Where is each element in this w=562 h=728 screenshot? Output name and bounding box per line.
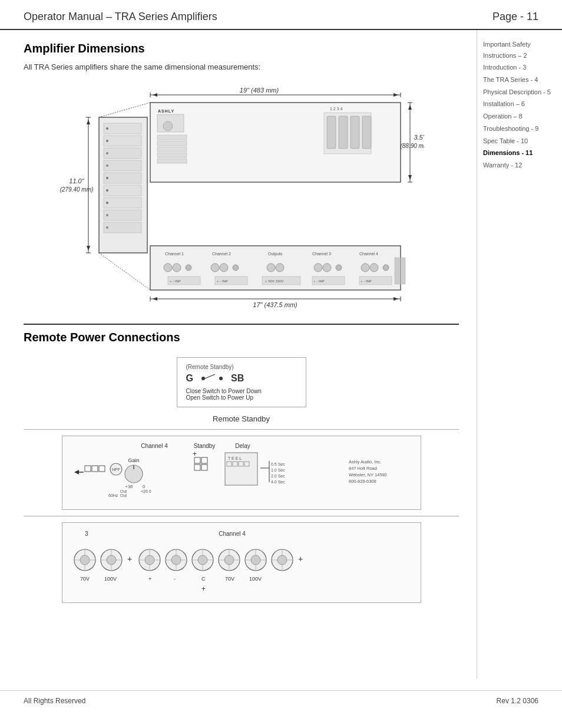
svg-rect-14 bbox=[157, 159, 187, 163]
svg-point-39 bbox=[106, 140, 108, 142]
sidebar-item-physical-description[interactable]: Physical Description - 5 bbox=[483, 87, 556, 98]
svg-marker-4 bbox=[394, 93, 398, 97]
svg-point-46 bbox=[106, 226, 108, 229]
svg-rect-34 bbox=[104, 185, 141, 196]
svg-point-61 bbox=[173, 263, 181, 272]
svg-point-42 bbox=[106, 177, 108, 179]
svg-rect-84 bbox=[395, 258, 399, 284]
svg-point-73 bbox=[383, 265, 389, 271]
svg-marker-3 bbox=[153, 93, 157, 97]
svg-text:17" (437.5 mm): 17" (437.5 mm) bbox=[253, 301, 297, 308]
sidebar-item-dimensions[interactable]: Dimensions - 11 bbox=[483, 147, 556, 159]
svg-rect-101 bbox=[92, 466, 98, 472]
svg-rect-10 bbox=[157, 135, 187, 140]
sidebar-item-troubleshooting[interactable]: Troubleshooting - 9 bbox=[483, 123, 556, 134]
svg-point-68 bbox=[314, 263, 322, 272]
footer-right: Rev 1.2 0306 bbox=[497, 697, 538, 705]
sidebar-item-operation[interactable]: Operation – 8 bbox=[483, 111, 556, 122]
svg-point-142 bbox=[80, 555, 90, 565]
svg-text:T E E L: T E E L bbox=[228, 456, 242, 460]
svg-rect-18 bbox=[339, 116, 348, 149]
svg-text:(279.40 mm): (279.40 mm) bbox=[59, 186, 93, 193]
thin-divider-1 bbox=[24, 429, 459, 430]
content-area: Amplifier Dimensions All TRA Series ampl… bbox=[0, 30, 477, 678]
svg-marker-24 bbox=[408, 105, 412, 110]
svg-text:+36: +36 bbox=[125, 484, 133, 489]
svg-text:C: C bbox=[201, 576, 206, 582]
sidebar-item-spec-table[interactable]: Spec Table - 10 bbox=[483, 136, 556, 147]
svg-text:3: 3 bbox=[85, 531, 88, 537]
svg-rect-31 bbox=[104, 148, 141, 159]
svg-text:Delay: Delay bbox=[235, 443, 250, 449]
amplifier-dimensions-intro: All TRA Series amplifiers share the same… bbox=[24, 62, 459, 71]
svg-point-96 bbox=[219, 377, 223, 380]
svg-rect-20 bbox=[362, 116, 371, 149]
svg-text:+: + bbox=[148, 576, 151, 582]
svg-text:Channel 4: Channel 4 bbox=[359, 252, 378, 256]
sidebar-item-tra-series[interactable]: The TRA Series - 4 bbox=[483, 74, 556, 85]
svg-text:Outputs: Outputs bbox=[268, 252, 283, 256]
svg-line-93 bbox=[99, 253, 150, 290]
svg-text:0: 0 bbox=[143, 484, 146, 489]
svg-text:+ - INP: + - INP bbox=[313, 279, 325, 283]
connector-diagram: 3 Channel 4 + bbox=[67, 528, 418, 595]
svg-text:Gain: Gain bbox=[128, 457, 139, 463]
svg-text:70V: 70V bbox=[80, 576, 90, 582]
svg-rect-19 bbox=[351, 116, 359, 149]
svg-point-151 bbox=[145, 555, 154, 565]
page-header: Operator Manual – TRA Series Amplifiers … bbox=[0, 0, 562, 30]
svg-text:Ashly Audio, Inc.: Ashly Audio, Inc. bbox=[349, 459, 381, 465]
svg-text:+ 50V 100V: + 50V 100V bbox=[265, 279, 284, 283]
svg-marker-50 bbox=[87, 120, 90, 124]
svg-point-63 bbox=[211, 263, 219, 272]
svg-point-146 bbox=[107, 555, 116, 565]
svg-text:ASHLY: ASHLY bbox=[158, 109, 174, 113]
svg-text:0.5 Sec: 0.5 Sec bbox=[271, 462, 285, 466]
header-title: Operator Manual – TRA Series Amplifiers bbox=[24, 11, 217, 23]
svg-text:Webster, NY 14580: Webster, NY 14580 bbox=[349, 472, 387, 477]
svg-point-62 bbox=[186, 265, 191, 271]
svg-rect-36 bbox=[104, 210, 141, 220]
svg-text:4.0 Sec: 4.0 Sec bbox=[271, 480, 285, 484]
svg-point-71 bbox=[361, 263, 369, 272]
svg-text:800-828-6308: 800-828-6308 bbox=[349, 479, 376, 484]
gsb-g: G bbox=[186, 373, 193, 384]
svg-marker-25 bbox=[408, 175, 412, 180]
svg-rect-113 bbox=[194, 457, 200, 463]
svg-text:2.0 Sec: 2.0 Sec bbox=[271, 474, 285, 478]
svg-marker-90 bbox=[394, 297, 398, 301]
main-container: Amplifier Dimensions All TRA Series ampl… bbox=[0, 30, 562, 678]
dimensions-diagram: 19" (483 mm) ASHLY 1 2 3 4 bbox=[59, 82, 424, 312]
svg-rect-13 bbox=[157, 153, 187, 157]
svg-rect-29 bbox=[104, 123, 141, 134]
switch-symbol bbox=[200, 373, 224, 384]
svg-point-94 bbox=[201, 377, 205, 380]
svg-text:847 Holt Road: 847 Holt Road bbox=[349, 466, 377, 471]
svg-text:+: + bbox=[201, 585, 206, 593]
svg-point-40 bbox=[106, 152, 108, 154]
sidebar-item-warranty[interactable]: Warranty - 12 bbox=[483, 160, 556, 171]
svg-text:Out: Out bbox=[120, 493, 127, 498]
svg-rect-102 bbox=[99, 466, 105, 472]
svg-text:+26   0: +26 0 bbox=[141, 489, 151, 493]
svg-text:Out: Out bbox=[120, 489, 127, 493]
svg-text:Channel 4: Channel 4 bbox=[219, 531, 246, 537]
svg-rect-11 bbox=[157, 141, 187, 146]
svg-text:100V: 100V bbox=[104, 576, 117, 582]
open-switch-text: Open Switch to Power Up bbox=[186, 394, 297, 401]
sidebar-item-introduction[interactable]: Introduction - 3 bbox=[483, 62, 556, 73]
remote-standby-box: (Remote Standby) G SB Close Switch to Po… bbox=[177, 357, 306, 407]
svg-point-60 bbox=[164, 263, 172, 272]
close-switch-text: Close Switch to Power Down bbox=[186, 388, 297, 394]
svg-point-41 bbox=[106, 164, 108, 167]
sidebar-item-important-safety[interactable]: Important Safety Instructions – 2 bbox=[483, 39, 556, 61]
sidebar-item-installation[interactable]: Installation – 6 bbox=[483, 98, 556, 110]
svg-point-66 bbox=[267, 263, 275, 272]
svg-point-38 bbox=[106, 127, 108, 130]
svg-point-159 bbox=[198, 555, 207, 565]
svg-marker-51 bbox=[87, 246, 90, 251]
svg-rect-37 bbox=[104, 222, 141, 233]
svg-text:3.5": 3.5" bbox=[414, 134, 424, 141]
svg-point-70 bbox=[336, 265, 342, 271]
remote-standby-caption: Remote Standby bbox=[24, 414, 459, 423]
